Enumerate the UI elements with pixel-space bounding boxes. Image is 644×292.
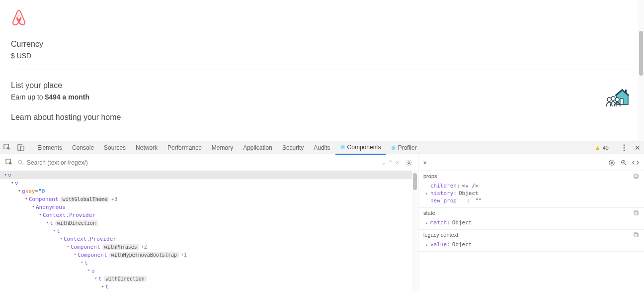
tree-expand-icon[interactable] xyxy=(38,212,43,217)
tree-expand-icon[interactable] xyxy=(80,260,84,265)
prop-expand-icon[interactable]: ▸ xyxy=(425,220,430,225)
tree-node-name: t xyxy=(98,276,102,282)
svg-point-18 xyxy=(624,149,625,151)
devtools-tab-profiler[interactable]: Profiler xyxy=(386,141,422,154)
devtools-close-icon[interactable]: ✕ xyxy=(631,144,644,152)
prop-expand-icon[interactable]: ▸ xyxy=(425,242,430,247)
props-section-title: legacy context xyxy=(423,232,458,238)
copy-icon[interactable] xyxy=(634,232,639,238)
devtools-tab-console[interactable]: Console xyxy=(67,141,99,154)
props-section-title: props xyxy=(423,173,437,179)
devtools-tab-sources[interactable]: Sources xyxy=(99,141,131,154)
component-search[interactable] xyxy=(18,159,377,166)
tree-node[interactable]: ComponentwithPhrases+2 xyxy=(0,243,418,251)
tree-node[interactable]: l xyxy=(0,259,418,267)
console-warnings-badge[interactable]: ▲ 49 xyxy=(591,144,613,151)
svg-rect-1 xyxy=(625,90,627,94)
suspend-icon[interactable] xyxy=(608,159,615,166)
tree-expand-icon[interactable] xyxy=(17,188,22,193)
prop-expand-icon[interactable]: ▸ xyxy=(425,191,430,196)
tree-expand-icon[interactable] xyxy=(45,220,50,225)
tree-scrollbar-thumb[interactable] xyxy=(413,173,417,190)
prop-row[interactable]: new prop : "" xyxy=(418,197,644,204)
devtools-tab-memory[interactable]: Memory xyxy=(207,141,238,154)
view-source-icon[interactable] xyxy=(632,159,639,166)
components-settings-icon[interactable] xyxy=(404,156,414,169)
inspect-element-icon[interactable] xyxy=(0,141,14,154)
earn-line: Earn up to $494 a month xyxy=(11,93,633,101)
inspect-dom-icon[interactable] xyxy=(620,159,627,166)
svg-point-24 xyxy=(611,161,613,163)
devtools-menu-icon[interactable] xyxy=(617,141,631,154)
prop-row[interactable]: children: <v /> xyxy=(418,182,644,190)
currency-value[interactable]: $ USD xyxy=(11,52,633,60)
tree-expand-icon[interactable] xyxy=(10,180,15,185)
svg-point-3 xyxy=(611,97,615,100)
tree-node[interactable]: Anonymous xyxy=(0,203,418,211)
prop-row[interactable]: ▸match: Object xyxy=(418,219,644,226)
copy-icon[interactable] xyxy=(634,174,639,179)
tree-node[interactable]: Context.Provider xyxy=(0,211,418,219)
tree-scrollbar[interactable] xyxy=(412,171,418,292)
devtools-tab-security[interactable]: Security xyxy=(277,141,309,154)
tree-attr-key: key xyxy=(25,188,35,195)
tree-expand-icon[interactable] xyxy=(24,196,29,201)
tree-expand-icon[interactable] xyxy=(66,244,71,249)
tree-node[interactable]: v xyxy=(0,179,418,187)
tree-expand-icon[interactable] xyxy=(52,228,57,233)
prop-value: Object xyxy=(452,241,472,248)
search-clear-icon[interactable]: ✕ xyxy=(395,159,400,166)
tree-node[interactable]: o xyxy=(0,267,418,275)
props-section-legacy-context: legacy context▸value: Object xyxy=(418,230,644,252)
tree-node-name: t xyxy=(57,228,60,234)
props-section-props: propschildren: <v />▸history: Objectnew … xyxy=(418,171,644,208)
tree-node-name: v xyxy=(8,172,11,179)
devtools-tab-performance[interactable]: Performance xyxy=(162,141,207,154)
airbnb-logo[interactable] xyxy=(11,9,633,26)
tree-node[interactable]: v xyxy=(0,171,418,179)
tree-node[interactable]: ComponentwithGlobalTheme+3 xyxy=(0,195,418,203)
tree-node[interactable]: Context.Provider xyxy=(0,235,418,243)
prop-row[interactable]: ▸history: Object xyxy=(418,190,644,197)
tree-node[interactable]: t xyxy=(0,227,418,235)
host-home-illustration-icon xyxy=(605,87,629,106)
react-icon xyxy=(391,145,396,150)
tree-node[interactable]: twithDirection xyxy=(0,219,418,227)
tree-node-name: Anonymous xyxy=(36,204,66,210)
svg-rect-0 xyxy=(620,98,623,104)
devtools-tab-audits[interactable]: Audits xyxy=(309,141,335,154)
tree-expand-icon[interactable] xyxy=(31,204,36,209)
search-next-icon[interactable]: ⌄ xyxy=(381,159,386,166)
devtools-tabbar: ElementsConsoleSourcesNetworkPerformance… xyxy=(0,141,644,154)
tree-expand-icon[interactable] xyxy=(86,268,91,273)
prop-row[interactable]: ▸value: Object xyxy=(418,241,644,248)
prop-value: Object xyxy=(452,219,472,226)
tree-node[interactable]: twithDirection xyxy=(0,275,418,283)
tree-expand-icon[interactable] xyxy=(59,236,64,241)
tree-node[interactable]: g key="0" xyxy=(0,187,418,195)
devtools-tab-network[interactable]: Network xyxy=(131,141,162,154)
svg-point-8 xyxy=(342,147,343,148)
tree-node[interactable]: t xyxy=(0,283,418,291)
tree-expand-icon[interactable] xyxy=(73,252,78,257)
select-element-icon[interactable] xyxy=(4,156,14,169)
prop-value: Object xyxy=(459,190,479,196)
tree-expand-icon[interactable] xyxy=(100,284,105,289)
devtools-tab-application[interactable]: Application xyxy=(238,141,277,154)
device-toolbar-icon[interactable] xyxy=(14,141,28,154)
learn-hosting-link[interactable]: Learn about hosting your home xyxy=(11,113,633,122)
component-search-input[interactable] xyxy=(27,159,377,166)
tree-expand-icon[interactable] xyxy=(93,276,98,281)
search-prev-icon[interactable]: ⌃ xyxy=(388,159,393,166)
page-scrollbar[interactable] xyxy=(638,0,644,141)
svg-point-16 xyxy=(624,144,625,146)
devtools-tab-elements[interactable]: Elements xyxy=(32,141,67,154)
tree-node[interactable]: ComponentwithHypernovaBootstrap+1 xyxy=(0,251,418,259)
tree-node-name: l xyxy=(84,260,88,266)
component-tree-panel: v v g key="0" ComponentwithGlobalTheme+3… xyxy=(0,171,418,292)
page-scrollbar-thumb[interactable] xyxy=(639,31,643,76)
tree-expand-icon[interactable] xyxy=(3,172,8,177)
devtools-tab-components[interactable]: Components xyxy=(335,141,386,155)
react-icon xyxy=(340,145,345,150)
copy-icon[interactable] xyxy=(634,210,639,216)
